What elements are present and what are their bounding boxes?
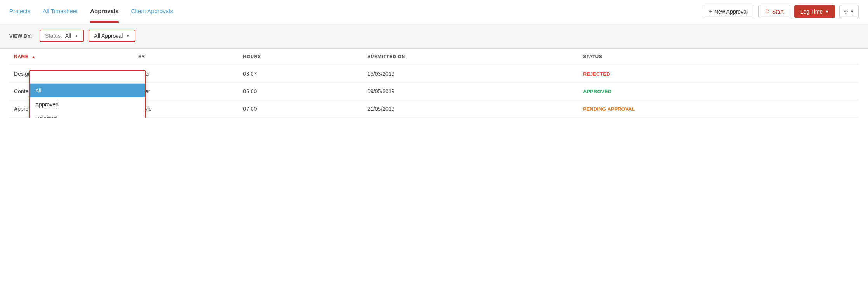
nav-tabs: Projects All Timesheet Approvals Client … xyxy=(9,1,702,23)
status-filter-chevron-icon: ▲ xyxy=(74,33,78,38)
approval-type-filter-dropdown[interactable]: All Approval ▼ xyxy=(89,30,135,42)
column-submitted-on-label: SUBMITTED ON xyxy=(367,54,405,59)
cell-submitted-on-0: 15/03/2019 xyxy=(363,65,578,83)
clock-icon: ⏱ xyxy=(765,9,770,14)
new-approval-button[interactable]: + New Approval xyxy=(702,5,754,18)
column-name-label: NAME xyxy=(14,54,28,59)
filter-row: VIEW BY: Status: All ▲ All Approval ▼ xyxy=(0,23,868,49)
cell-status-0: REJECTED xyxy=(578,65,859,83)
cell-submitted-on-2: 21/05/2019 xyxy=(363,100,578,118)
settings-dropdown-arrow-icon: ▼ xyxy=(850,9,854,14)
tab-projects[interactable]: Projects xyxy=(9,1,30,23)
column-member-label: ER xyxy=(138,54,145,59)
view-by-label: VIEW BY: xyxy=(9,33,32,39)
dropdown-options-list: AllApprovedRejectedPending SubmissionPen… xyxy=(30,84,145,118)
plus-icon: + xyxy=(708,9,712,15)
cell-status-2: PENDING APPROVAL xyxy=(578,100,859,118)
cell-status-1: APPROVED xyxy=(578,83,859,100)
start-label: Start xyxy=(772,9,784,15)
column-hours-label: HOURS xyxy=(243,54,261,59)
tab-approvals[interactable]: Approvals xyxy=(90,1,118,23)
dropdown-option-approved[interactable]: Approved xyxy=(30,97,145,111)
status-filter-label: Status: xyxy=(45,33,62,39)
column-member: ER xyxy=(134,49,238,65)
dropdown-option-all[interactable]: All xyxy=(30,84,145,97)
dropdown-option-rejected[interactable]: Rejected xyxy=(30,111,145,118)
start-button[interactable]: ⏱ Start xyxy=(758,5,790,18)
status-filter-value: All xyxy=(65,33,71,39)
top-nav: Projects All Timesheet Approvals Client … xyxy=(0,0,868,23)
tab-all-timesheet[interactable]: All Timesheet xyxy=(43,1,78,23)
cell-hours-2: 07:00 xyxy=(238,100,363,118)
approval-type-filter-value: All Approval xyxy=(94,33,123,39)
cell-hours-0: 08:07 xyxy=(238,65,363,83)
table-header-row: NAME ▲ ER HOURS SUBMITTED ON STATUS xyxy=(9,49,859,65)
column-status: STATUS xyxy=(578,49,859,65)
status-filter-dropdown[interactable]: Status: All ▲ xyxy=(40,30,84,42)
cell-submitted-on-1: 09/05/2019 xyxy=(363,83,578,100)
dropdown-search-input[interactable] xyxy=(34,74,141,80)
cell-hours-1: 05:00 xyxy=(238,83,363,100)
dropdown-search-container xyxy=(30,71,145,84)
settings-button[interactable]: ⚙ ▼ xyxy=(839,5,859,18)
table-container: NAME ▲ ER HOURS SUBMITTED ON STATUS xyxy=(0,49,868,118)
gear-icon: ⚙ xyxy=(844,9,849,15)
column-hours: HOURS xyxy=(238,49,363,65)
nav-actions: + New Approval ⏱ Start Log Time ▼ ⚙ ▼ xyxy=(702,5,859,18)
status-dropdown-overlay: AllApprovedRejectedPending SubmissionPen… xyxy=(29,70,146,118)
column-submitted-on: SUBMITTED ON xyxy=(363,49,578,65)
sort-arrow-icon: ▲ xyxy=(31,55,35,59)
column-name[interactable]: NAME ▲ xyxy=(9,49,134,65)
tab-client-approvals[interactable]: Client Approvals xyxy=(131,1,173,23)
cell-member-1: Tyler xyxy=(134,83,238,100)
new-approval-label: New Approval xyxy=(714,9,748,15)
dropdown-arrow-icon: ▼ xyxy=(825,9,829,14)
column-status-label: STATUS xyxy=(583,54,602,59)
cell-member-0: Tyler xyxy=(134,65,238,83)
log-time-button[interactable]: Log Time ▼ xyxy=(794,5,835,18)
log-time-label: Log Time xyxy=(800,9,823,15)
cell-member-2: Boyle xyxy=(134,100,238,118)
approval-type-chevron-icon: ▼ xyxy=(126,33,130,38)
